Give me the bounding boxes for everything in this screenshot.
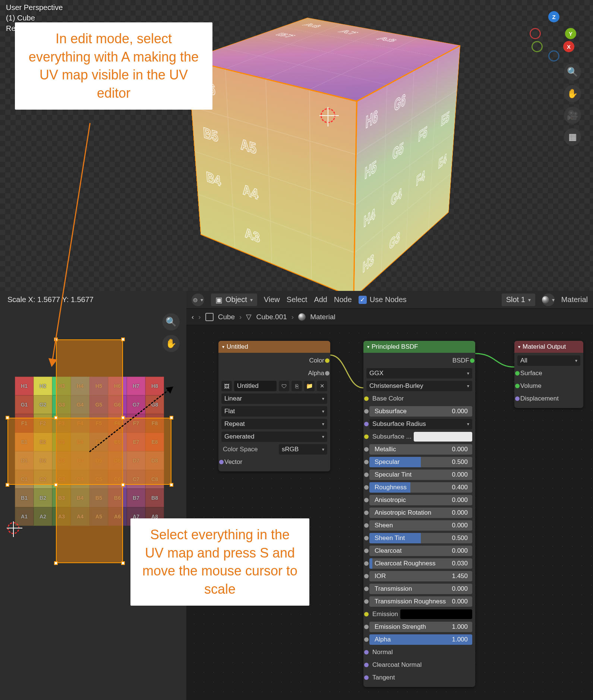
node-header[interactable]: ▾Material Output <box>514 341 583 353</box>
value-slider[interactable]: Sheen Tint0.500 <box>369 533 472 543</box>
image-browse-button[interactable]: 🖼 <box>221 381 232 391</box>
zoom-icon[interactable]: 🔍 <box>564 63 581 81</box>
nav-back-icon[interactable]: ‹ <box>192 313 194 321</box>
bsdf-input-row[interactable]: Anisotropic0.000 <box>366 495 472 506</box>
bsdf-input-row[interactable]: Clearcoat0.000 <box>366 545 472 556</box>
bsdf-input-row[interactable]: Clearcoat Roughness0.030 <box>366 558 472 569</box>
socket-out-alpha[interactable] <box>325 371 329 376</box>
socket-in-float[interactable] <box>364 511 369 515</box>
ortho-icon[interactable]: ▦ <box>564 128 581 145</box>
zoom-icon[interactable]: 🔍 <box>163 313 180 330</box>
input-displacement[interactable]: Displacement <box>517 393 580 404</box>
socket-in-float[interactable] <box>364 625 369 629</box>
value-slider[interactable]: Specular0.500 <box>369 457 472 467</box>
value-slider[interactable]: Emission Strength1.000 <box>369 622 472 632</box>
menu-select[interactable]: Select <box>287 295 307 304</box>
interpolation-dropdown[interactable]: Linear▾ <box>221 393 327 404</box>
shader-node-editor[interactable]: ⌾▾ ▣ Object ▾ View Select Add Node ✓ Use… <box>186 291 593 700</box>
node-header[interactable]: ▾Principled BSDF <box>363 341 475 353</box>
material-preview-icon[interactable]: ▾ <box>542 294 555 306</box>
value-slider[interactable]: Specular Tint0.000 <box>369 470 472 480</box>
socket-in-float[interactable] <box>364 561 369 566</box>
menu-view[interactable]: View <box>264 295 280 304</box>
output-color[interactable]: Color <box>221 355 327 366</box>
pan-icon[interactable]: ✋ <box>564 85 581 102</box>
socket-out-bsdf[interactable] <box>470 358 474 363</box>
nav-gizmo[interactable]: Z Y X <box>530 11 578 60</box>
breadcrumb-material[interactable]: Material <box>310 313 335 321</box>
color-swatch[interactable] <box>414 432 472 442</box>
socket-in-displacement[interactable] <box>515 396 520 401</box>
value-slider[interactable]: Alpha1.000 <box>369 634 472 645</box>
source-dropdown[interactable]: Generated▾ <box>221 431 327 442</box>
node-header[interactable]: ▾Untitled <box>218 341 330 353</box>
value-slider[interactable]: Clearcoat Roughness0.030 <box>369 558 472 569</box>
node-material-output[interactable]: ▾Material Output All▾ Surface Volume Dis… <box>514 341 583 408</box>
socket-in-float[interactable] <box>364 460 369 464</box>
bsdf-input-row[interactable]: Anisotropic Rotation0.000 <box>366 507 472 518</box>
socket-in-vector[interactable] <box>364 650 369 655</box>
value-slider[interactable]: Transmission Roughness0.000 <box>369 596 472 607</box>
value-slider[interactable]: Metallic0.000 <box>369 444 472 455</box>
uv-handle[interactable] <box>6 483 9 487</box>
node-image-texture[interactable]: ▾Untitled Color Alpha 🖼 Untitled 🛡 ⎘ 📁 <box>218 341 330 471</box>
bsdf-input-row[interactable]: Alpha1.000 <box>366 634 472 645</box>
uv-handle[interactable] <box>121 338 125 341</box>
gizmo-axis-z[interactable]: Z <box>548 11 559 22</box>
socket-in-surface[interactable] <box>515 371 520 376</box>
bsdf-input-row[interactable]: Base Color <box>366 393 472 404</box>
uv-handle[interactable] <box>6 416 9 420</box>
socket-in-vector[interactable] <box>219 460 224 464</box>
camera-icon[interactable]: 🎥 <box>564 107 581 124</box>
socket-in-float[interactable] <box>364 574 369 578</box>
bsdf-input-row[interactable]: Roughness0.400 <box>366 482 472 493</box>
uv-handle[interactable] <box>54 561 58 565</box>
gizmo-axis-y[interactable]: Y <box>565 28 576 39</box>
bsdf-input-row[interactable]: Tangent <box>366 672 472 683</box>
value-slider[interactable]: Clearcoat0.000 <box>369 546 472 556</box>
uv-handle[interactable] <box>170 483 173 487</box>
bsdf-input-row[interactable]: Subsurface0.000 <box>366 406 472 417</box>
output-alpha[interactable]: Alpha <box>221 368 327 379</box>
image-name-field[interactable]: Untitled <box>234 381 277 391</box>
color-space-dropdown[interactable]: sRGB▾ <box>279 444 327 455</box>
socket-in-float[interactable] <box>364 523 369 528</box>
uv-handle[interactable] <box>121 561 125 565</box>
value-slider[interactable]: Sheen0.000 <box>369 520 472 531</box>
bsdf-input-row[interactable]: Sheen0.000 <box>366 520 472 531</box>
material-slot-dropdown[interactable]: Slot 1▾ <box>502 294 535 306</box>
uv-canvas[interactable]: H1H2H3H4H5H6H7H8G1G2G3G4G5G6G7G8F1F2F3F4… <box>15 377 164 526</box>
value-slider[interactable]: IOR1.450 <box>369 571 472 581</box>
input-volume[interactable]: Volume <box>517 380 580 392</box>
uv-handle[interactable] <box>54 483 58 487</box>
uv-handle[interactable] <box>121 416 125 420</box>
node-principled-bsdf[interactable]: ▾Principled BSDF BSDF GGX▾ Christensen-B… <box>363 341 475 687</box>
uv-editor[interactable]: Scale X: 1.5677 Y: 1.5677 🔍 ✋ H1H2H3H4H5… <box>0 291 186 700</box>
uv-handle[interactable] <box>121 483 125 487</box>
unlink-image-button[interactable]: ✕ <box>317 381 327 391</box>
bsdf-input-row[interactable]: Metallic0.000 <box>366 444 472 455</box>
socket-out-color[interactable] <box>325 358 329 363</box>
input-surface[interactable]: Surface <box>517 368 580 379</box>
projection-dropdown[interactable]: Flat▾ <box>221 406 327 417</box>
bsdf-input-row[interactable]: Transmission Roughness0.000 <box>366 596 472 607</box>
distribution-dropdown[interactable]: GGX▾ <box>366 368 472 379</box>
socket-in-float[interactable] <box>364 549 369 553</box>
bsdf-input-row[interactable]: Transmission0.000 <box>366 583 472 594</box>
socket-in-float[interactable] <box>364 637 369 642</box>
bsdf-input-row[interactable]: Specular Tint0.000 <box>366 469 472 480</box>
socket-in-vector[interactable] <box>364 675 369 680</box>
use-nodes-checkbox[interactable]: ✓ <box>359 296 367 304</box>
bsdf-input-row[interactable]: Sheen Tint0.500 <box>366 533 472 544</box>
fake-user-button[interactable]: 🛡 <box>279 381 289 391</box>
socket-in-vector[interactable] <box>364 663 369 667</box>
breadcrumb-mesh[interactable]: Cube.001 <box>256 313 287 321</box>
menu-add[interactable]: Add <box>314 295 327 304</box>
output-bsdf[interactable]: BSDF <box>366 355 472 366</box>
gizmo-neg-x[interactable] <box>530 28 541 39</box>
uv-handle[interactable] <box>170 416 173 420</box>
bsdf-input-row[interactable]: Specular0.500 <box>366 456 472 468</box>
bsdf-input-row[interactable]: Clearcoat Normal <box>366 659 472 671</box>
vector-dropdown[interactable]: Subsurface Radius▾ <box>369 419 472 429</box>
socket-in-float[interactable] <box>364 409 369 414</box>
